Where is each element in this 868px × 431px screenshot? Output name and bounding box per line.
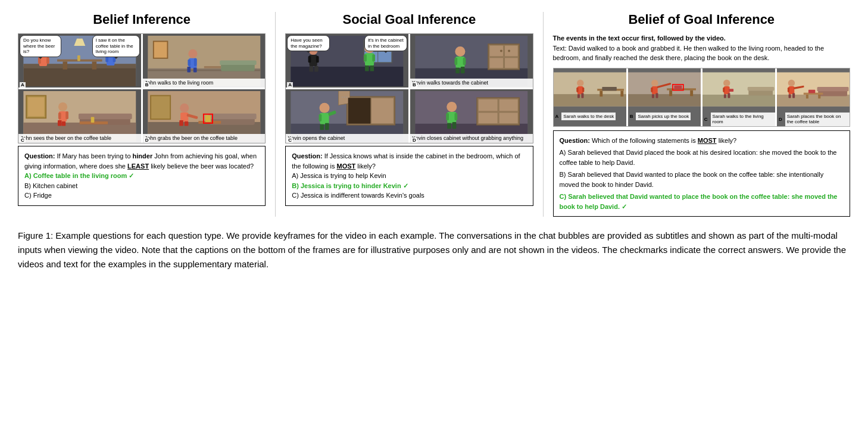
- svg-rect-94: [371, 98, 394, 123]
- svg-rect-42: [58, 112, 61, 118]
- svg-rect-118: [600, 90, 602, 96]
- svg-rect-27: [193, 67, 196, 72]
- belief-frame-c: John sees the beer on the coffee table C: [18, 89, 141, 143]
- svg-rect-93: [348, 98, 371, 123]
- belief-goal-qa: Question: Which of the following stateme…: [553, 130, 851, 217]
- svg-rect-97: [319, 114, 322, 121]
- svg-rect-41: [62, 121, 66, 126]
- svg-rect-119: [620, 90, 623, 96]
- svg-rect-28: [188, 59, 191, 65]
- svg-rect-20: [153, 41, 167, 58]
- svg-rect-125: [577, 94, 579, 98]
- bubble-beer-question: Do you know where the beer is?: [20, 35, 61, 57]
- svg-rect-65: [316, 56, 319, 63]
- sgi-answer-a: A) Jessica is trying to help Kevin: [292, 171, 526, 181]
- svg-rect-58: [291, 66, 404, 86]
- svg-rect-132: [674, 85, 682, 89]
- bi-answer-a: A) Coffee table in the living room ✓: [24, 171, 259, 181]
- svg-rect-37: [91, 117, 95, 122]
- svg-rect-136: [651, 87, 652, 92]
- svg-rect-143: [747, 86, 774, 90]
- frame-label-b: John walks to the living room: [143, 79, 266, 88]
- belief-frame-b: John walks to the living room B: [143, 34, 266, 88]
- svg-rect-106: [499, 99, 518, 111]
- svg-rect-79: [489, 57, 504, 68]
- svg-rect-138: [652, 94, 654, 98]
- bogi-letter-b: B: [628, 113, 635, 120]
- svg-rect-157: [808, 89, 815, 93]
- svg-rect-67: [314, 66, 319, 71]
- bogi-letter-c: C: [702, 116, 710, 123]
- svg-rect-85: [454, 57, 457, 64]
- belief-inference-title: Belief Inference: [18, 12, 266, 27]
- sgi-letter-a: A: [287, 82, 293, 88]
- svg-rect-4: [63, 61, 67, 69]
- svg-point-24: [188, 49, 197, 58]
- svg-rect-123: [576, 87, 578, 92]
- sgi-bubble-question: Have you seen the magazine?: [287, 35, 330, 51]
- svg-rect-114: [452, 121, 457, 128]
- svg-rect-78: [504, 45, 518, 57]
- svg-text:...: ...: [342, 91, 348, 99]
- social-goal-qa: Question: If Jessica knows what is insid…: [285, 146, 533, 206]
- figure-caption: Figure 1: Example questions for each que…: [18, 229, 850, 271]
- bogi-label-b: Sarah picks up the book: [636, 113, 691, 121]
- bi-answer-c: C) Fridge: [24, 190, 259, 201]
- bubble-beer-answer: I saw it on the coffee table in the livi…: [92, 35, 140, 57]
- divider-1: [275, 12, 276, 217]
- frame-letter-c: C: [20, 138, 26, 143]
- bogi-label-c: Sarah walks to the living room: [711, 113, 775, 126]
- frame-label-c: John sees the beer on the coffee table: [18, 134, 141, 143]
- svg-point-82: [508, 49, 510, 52]
- belief-inference-grid: Do you know where the beer is? I saw it …: [18, 33, 266, 143]
- bogi-label-a: Sarah walks to the desk: [561, 113, 616, 121]
- sgi-frame-b: Kevin walks towards the cabinet B: [410, 34, 533, 88]
- svg-rect-23: [204, 66, 220, 68]
- svg-rect-87: [455, 67, 460, 73]
- sgi-label-c: Kevin opens the cabinet: [286, 134, 408, 143]
- social-goal-grid: Have you seen the magazine? It's in the …: [285, 33, 533, 143]
- bogi-label-d: Sarah places the book on the coffee tabl…: [785, 113, 850, 126]
- svg-rect-50: [205, 115, 210, 121]
- bi-question: Question: If Mary has been trying to hin…: [24, 151, 259, 171]
- sgi-label-b: Kevin walks towards the cabinet: [410, 79, 533, 88]
- belief-goal-title: Belief of Goal Inference: [553, 12, 851, 27]
- svg-point-83: [455, 46, 465, 56]
- sgi-answer-b: B) Jessica is trying to hinder Kevin ✓: [292, 181, 526, 191]
- svg-rect-139: [655, 93, 658, 98]
- svg-rect-54: [179, 120, 183, 126]
- svg-rect-11: [46, 57, 49, 63]
- svg-rect-153: [817, 86, 848, 90]
- belief-inference-section: Belief Inference: [18, 12, 266, 206]
- frame-letter-a: A: [20, 82, 26, 88]
- svg-rect-116: [554, 94, 626, 106]
- social-goal-title: Social Goal Inference: [285, 12, 533, 27]
- bogi-answer-b: B) Sarah believed that David wanted to p…: [560, 170, 844, 189]
- sgi-bubble-answer: It's in the cabinet in the bedroom: [364, 35, 407, 51]
- svg-rect-126: [581, 93, 583, 98]
- sgi-letter-d: D: [411, 138, 417, 143]
- svg-rect-113: [447, 123, 451, 128]
- bogi-answer-c: C) Sarah believed that David wanted to p…: [560, 192, 844, 211]
- svg-rect-163: [792, 93, 795, 98]
- svg-rect-108: [499, 112, 518, 123]
- bogi-context-bold: The events in the text occur first, foll…: [553, 35, 726, 42]
- svg-rect-40: [58, 120, 62, 126]
- svg-rect-88: [461, 66, 465, 73]
- svg-rect-160: [788, 87, 789, 92]
- svg-rect-148: [724, 94, 726, 98]
- svg-rect-16: [77, 55, 80, 61]
- svg-rect-111: [446, 113, 449, 120]
- belief-frame-d: John grabs the beer on the coffee table …: [143, 89, 266, 143]
- svg-rect-155: [806, 94, 808, 98]
- bogi-question: Question: Which of the following stateme…: [560, 136, 844, 146]
- svg-point-109: [447, 101, 457, 111]
- bogi-frame-d: D Sarah places the book on the coffee ta…: [777, 68, 850, 126]
- svg-rect-1: [23, 66, 136, 86]
- frame-letter-b: B: [144, 82, 150, 88]
- svg-point-121: [577, 79, 583, 86]
- sgi-letter-c: C: [287, 138, 293, 143]
- svg-rect-146: [723, 87, 725, 92]
- svg-rect-99: [320, 124, 324, 129]
- svg-rect-130: [669, 90, 672, 96]
